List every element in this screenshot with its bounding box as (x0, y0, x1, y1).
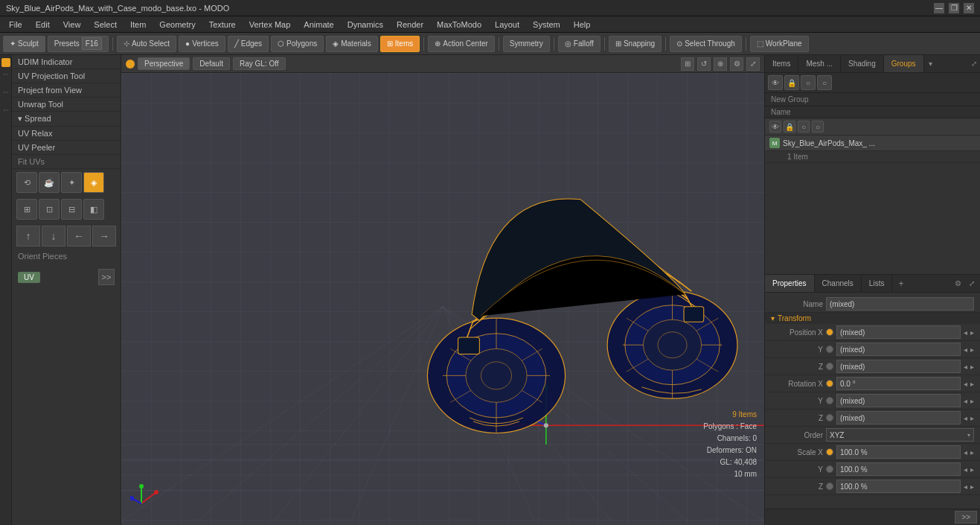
menu-system[interactable]: System (527, 19, 566, 31)
arrow-left[interactable]: ← (67, 226, 91, 246)
viewport-rotate-icon[interactable]: ↺ (697, 57, 711, 71)
prop-scale-z-dot[interactable] (826, 483, 833, 490)
prop-scale-y-input[interactable] (836, 462, 961, 476)
tab-shading[interactable]: Shading (841, 55, 884, 72)
items-tb-eye[interactable]: 👁 (768, 75, 783, 90)
prop-rot-z-arrow-right[interactable]: ▸ (970, 414, 974, 422)
arrow-right[interactable]: → (92, 226, 116, 246)
menu-geometry[interactable]: Geometry (153, 19, 201, 31)
select-through-button[interactable]: ⊙ Select Through (670, 36, 742, 52)
prop-pos-y-arrow-right[interactable]: ▸ (970, 346, 974, 354)
sculpt-button[interactable]: ✦ Sculpt (3, 36, 45, 52)
prop-rot-x-dot[interactable] (826, 380, 833, 387)
vis-lock[interactable]: 🔒 (784, 121, 795, 133)
prop-rot-z-arrow-left[interactable]: ◂ (964, 414, 967, 422)
expand-button[interactable]: >> (98, 269, 115, 285)
prop-rot-y-arrow-left[interactable]: ◂ (964, 397, 967, 405)
menu-render[interactable]: Render (391, 19, 429, 31)
menu-item[interactable]: Item (124, 19, 152, 31)
tab-lists[interactable]: Lists (862, 275, 893, 292)
tab-groups[interactable]: Groups (884, 55, 924, 72)
prop-order-select[interactable]: XYZ ▾ (826, 428, 974, 442)
tool-project-from-view[interactable]: Project from View (12, 83, 121, 98)
prop-rot-z-dot[interactable] (826, 414, 833, 421)
menu-edit[interactable]: Edit (30, 19, 56, 31)
prop-rot-y-arrow-right[interactable]: ▸ (970, 397, 974, 405)
viewport[interactable]: Perspective Default Ray GL: Off ⊞ ↺ ⊕ ⚙ … (121, 55, 764, 525)
action-center-button[interactable]: ⊕ Action Center (428, 36, 495, 52)
tool-icon-8[interactable]: ◧ (83, 199, 104, 220)
prop-pos-x-arrow-right[interactable]: ▸ (970, 328, 974, 337)
props-settings[interactable]: ⚙ (952, 279, 964, 287)
menu-select[interactable]: Select (88, 19, 123, 31)
tool-icon-4[interactable]: ◈ (83, 172, 104, 193)
vis-eye[interactable]: 👁 (769, 121, 781, 133)
prop-pos-y-arrow-left[interactable]: ◂ (964, 346, 967, 354)
items-button[interactable]: ⊞ Items (380, 36, 420, 52)
prop-scale-y-arrow-left[interactable]: ◂ (964, 465, 967, 474)
viewport-settings-icon[interactable]: ⚙ (730, 57, 743, 71)
prop-pos-z-arrow-left[interactable]: ◂ (964, 363, 967, 371)
viewport-fit-icon[interactable]: ⊞ (681, 57, 694, 71)
tab-more[interactable]: ▾ (924, 60, 937, 68)
prop-scale-y-dot[interactable] (826, 465, 833, 473)
symmetry-button[interactable]: Symmetry (503, 36, 550, 52)
vertices-button[interactable]: ● Vertices (179, 36, 225, 52)
prop-scale-z-arrow-right[interactable]: ▸ (970, 483, 974, 491)
menu-texture[interactable]: Texture (203, 19, 242, 31)
props-expand[interactable]: ⤢ (967, 279, 977, 287)
maximize-button[interactable]: ❐ (949, 3, 959, 13)
prop-name-input[interactable] (826, 297, 974, 311)
materials-button[interactable]: ◈ Materials (326, 36, 378, 52)
tab-items[interactable]: Items (765, 55, 798, 72)
prop-pos-x-input[interactable] (836, 325, 961, 339)
viewport-indicator[interactable] (126, 60, 135, 69)
items-tb-lock[interactable]: 🔒 (784, 75, 799, 90)
menu-maxtomodo[interactable]: MaxToModo (431, 19, 487, 31)
spread-section[interactable]: ▾ Spread (12, 112, 121, 127)
tool-icon-5[interactable]: ⊞ (16, 199, 37, 220)
menu-dynamics[interactable]: Dynamics (342, 19, 389, 31)
prop-pos-y-input[interactable] (836, 343, 961, 356)
tool-icon-1[interactable]: ⟲ (16, 172, 37, 193)
items-tb-circle2[interactable]: ○ (817, 75, 832, 90)
close-button[interactable]: ✕ (964, 3, 974, 13)
tool-uv-peeler[interactable]: UV Peeler (12, 141, 121, 155)
prop-pos-z-dot[interactable] (826, 363, 833, 370)
vis-sub[interactable]: ○ (812, 121, 824, 133)
window-controls[interactable]: — ❐ ✕ (934, 3, 974, 13)
prop-scale-x-arrow-left[interactable]: ◂ (964, 448, 967, 456)
workplane-button[interactable]: ⬚ WorkPlane (750, 36, 809, 52)
prop-rot-z-input[interactable] (836, 411, 961, 424)
viewport-zoom-icon[interactable]: ⊕ (714, 57, 727, 71)
tool-icon-7[interactable]: ⊟ (61, 199, 82, 220)
arrow-up[interactable]: ↑ (16, 226, 40, 246)
tab-plus[interactable]: + (892, 279, 909, 289)
prop-pos-x-arrow-left[interactable]: ◂ (964, 328, 967, 337)
props-expand-button[interactable]: >> (955, 511, 977, 524)
viewport-canvas[interactable]: 9 Items Polygons : Face Channels: 0 Defo… (121, 73, 764, 525)
prop-rot-y-dot[interactable] (826, 397, 833, 404)
menu-layout[interactable]: Layout (489, 19, 525, 31)
tool-icon-2[interactable]: ☕ (39, 172, 60, 193)
tab-expand[interactable]: ⤢ (968, 60, 980, 68)
tab-properties[interactable]: Properties (765, 275, 815, 292)
tab-channels[interactable]: Channels (815, 275, 862, 292)
prop-pos-y-dot[interactable] (826, 346, 833, 353)
tool-icon-3[interactable]: ✦ (61, 172, 82, 193)
prop-rot-x-arrow-left[interactable]: ◂ (964, 380, 967, 388)
tool-uv-relax[interactable]: UV Relax (12, 127, 121, 141)
falloff-button[interactable]: ◎ Falloff (558, 36, 601, 52)
tool-fit-uvs[interactable]: Fit UVs (12, 155, 121, 169)
presets-button[interactable]: Presets F16 (48, 36, 109, 52)
menu-view[interactable]: View (57, 19, 87, 31)
tool-icon-6[interactable]: ⊡ (39, 199, 60, 220)
item-main-row[interactable]: M Sky_Blue_AirPods_Max_ ... (765, 136, 980, 151)
tool-uv-projection[interactable]: UV Projection Tool (12, 69, 121, 83)
menu-file[interactable]: File (3, 19, 28, 31)
tab-mesh[interactable]: Mesh ... (798, 55, 841, 72)
prop-pos-z-input[interactable] (836, 360, 961, 373)
viewport-expand-icon[interactable]: ⤢ (746, 57, 760, 71)
minimize-button[interactable]: — (934, 3, 944, 13)
prop-rot-x-input[interactable] (836, 377, 961, 390)
